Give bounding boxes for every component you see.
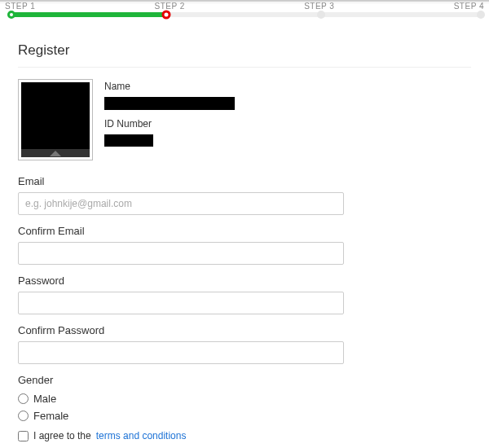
step-fill [11,12,166,17]
gender-male-radio[interactable] [18,393,29,404]
password-field[interactable] [18,292,344,314]
gender-female-label: Female [33,410,68,422]
confirm-password-label: Confirm Password [18,324,471,336]
name-value-redacted [104,97,235,110]
name-label: Name [104,81,471,92]
avatar-upload-tray[interactable] [21,149,90,157]
email-label: Email [18,175,471,187]
gender-label: Gender [18,374,471,386]
chevron-up-icon [50,151,61,156]
step-dot-3 [317,11,325,19]
step-label-2: STEP 2 [155,2,185,11]
step-label-4: STEP 4 [454,2,484,11]
step-dot-2 [162,11,171,20]
step-dot-1 [7,11,15,19]
agree-checkbox[interactable] [18,431,29,441]
confirm-password-field[interactable] [18,341,344,364]
avatar-frame[interactable] [18,79,93,160]
confirm-email-label: Confirm Email [18,225,471,237]
step-track [11,12,481,17]
password-label: Password [18,275,471,287]
avatar-image [21,82,90,152]
step-label-3: STEP 3 [304,2,334,11]
step-label-1: STEP 1 [5,2,35,11]
profile-summary: Name ID Number [18,79,471,160]
page-title: Register [18,42,471,68]
gender-female-radio[interactable] [18,411,29,421]
id-value-redacted [104,134,153,147]
terms-link[interactable]: terms and conditions [96,430,187,441]
email-field[interactable] [18,192,344,215]
gender-male-label: Male [33,393,56,405]
step-dot-4 [477,11,485,19]
confirm-email-field[interactable] [18,242,344,265]
agree-text: I agree to the [33,430,91,441]
id-label: ID Number [104,118,471,130]
progress-stepper: STEP 1 STEP 2 STEP 3 STEP 4 [0,2,489,28]
